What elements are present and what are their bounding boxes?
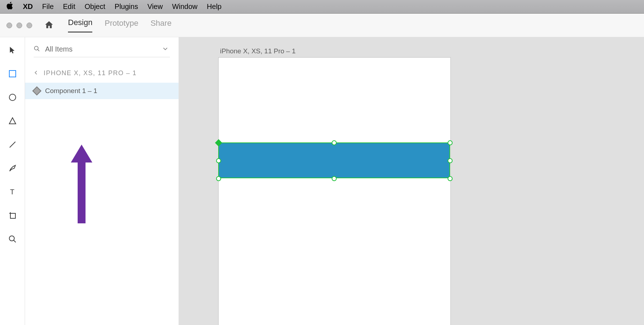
svg-line-2 xyxy=(10,142,15,147)
selection-handle-bottom-left[interactable] xyxy=(216,176,221,181)
layers-breadcrumb[interactable]: IPHONE X, XS, 11 PRO – 1 xyxy=(25,57,179,83)
svg-line-10 xyxy=(38,49,39,51)
app-top-bar: Design Prototype Share xyxy=(0,14,644,37)
selection-handle-mid-left[interactable] xyxy=(216,158,221,163)
left-toolbar: T xyxy=(0,37,25,325)
svg-rect-0 xyxy=(9,71,16,77)
menu-view[interactable]: View xyxy=(147,3,163,11)
menu-plugins[interactable]: Plugins xyxy=(114,3,138,11)
artboard-title[interactable]: iPhone X, XS, 11 Pro – 1 xyxy=(220,47,296,55)
tab-share[interactable]: Share xyxy=(151,19,172,32)
selection-handle-top-center[interactable] xyxy=(332,140,337,145)
tab-prototype[interactable]: Prototype xyxy=(104,19,138,32)
home-icon[interactable] xyxy=(44,20,54,31)
window-close-icon[interactable] xyxy=(6,23,12,28)
pen-tool-icon[interactable] xyxy=(8,163,18,173)
menu-file[interactable]: File xyxy=(42,3,54,11)
svg-point-9 xyxy=(34,46,38,50)
annotation-arrow-icon xyxy=(67,141,96,223)
window-traffic-lights xyxy=(6,23,32,28)
chevron-left-icon[interactable] xyxy=(34,69,39,77)
apple-icon[interactable] xyxy=(6,2,14,12)
rectangle-tool-icon[interactable] xyxy=(8,69,18,79)
window-zoom-icon[interactable] xyxy=(26,23,32,28)
menu-window[interactable]: Window xyxy=(172,3,197,11)
menu-help[interactable]: Help xyxy=(207,3,221,11)
selection-handle-bottom-right[interactable] xyxy=(448,176,453,181)
main-area: T All Items IPHONE X, XS, 11 PRO – 1 xyxy=(0,37,644,325)
ellipse-tool-icon[interactable] xyxy=(8,92,18,102)
layers-filter[interactable]: All Items xyxy=(34,45,170,57)
macos-menubar: XD File Edit Object Plugins View Window … xyxy=(0,0,644,14)
window-minimize-icon[interactable] xyxy=(16,23,22,28)
svg-point-7 xyxy=(9,236,14,241)
artboard-tool-icon[interactable] xyxy=(8,210,18,220)
component-icon xyxy=(32,86,41,95)
select-tool-icon[interactable] xyxy=(8,45,18,55)
svg-point-1 xyxy=(9,94,16,101)
layers-panel: All Items IPHONE X, XS, 11 PRO – 1 Compo… xyxy=(25,37,179,325)
selected-component-rect[interactable] xyxy=(218,142,450,178)
mode-tabs: Design Prototype Share xyxy=(68,18,171,33)
svg-line-8 xyxy=(14,240,16,242)
line-tool-icon[interactable] xyxy=(8,140,18,150)
layer-label: Component 1 – 1 xyxy=(45,87,97,95)
selection-handle-bottom-center[interactable] xyxy=(332,176,337,181)
menu-edit[interactable]: Edit xyxy=(63,3,75,11)
chevron-down-icon[interactable] xyxy=(162,45,169,53)
artboard[interactable] xyxy=(218,57,451,325)
svg-text:T: T xyxy=(10,188,14,196)
breadcrumb-label: IPHONE X, XS, 11 PRO – 1 xyxy=(44,69,137,77)
selection-handle-top-right[interactable] xyxy=(448,140,453,145)
app-name[interactable]: XD xyxy=(23,3,33,11)
layers-filter-label: All Items xyxy=(45,45,73,53)
svg-rect-4 xyxy=(10,213,15,218)
menu-object[interactable]: Object xyxy=(85,3,106,11)
canvas-area[interactable]: iPhone X, XS, 11 Pro – 1 xyxy=(179,37,644,325)
polygon-tool-icon[interactable] xyxy=(8,116,18,126)
layer-row-component[interactable]: Component 1 – 1 xyxy=(25,83,179,99)
tab-design[interactable]: Design xyxy=(68,18,92,33)
selection-handle-mid-right[interactable] xyxy=(448,158,453,163)
text-tool-icon[interactable]: T xyxy=(8,187,18,197)
search-icon xyxy=(34,45,40,53)
zoom-tool-icon[interactable] xyxy=(8,234,18,244)
